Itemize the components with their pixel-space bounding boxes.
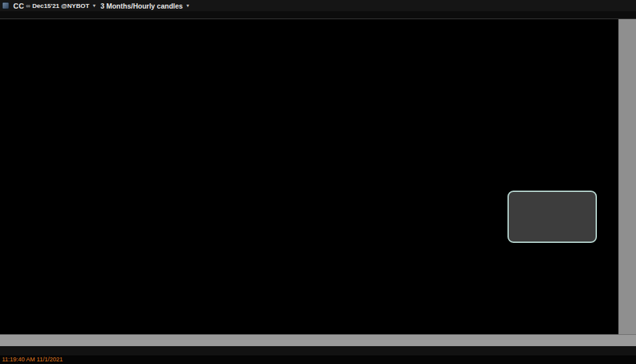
chart-scrollbar[interactable] [0, 346, 636, 355]
continuous-contract-icon: ∞ [26, 3, 30, 9]
contract-label[interactable]: Dec15'21 @NYBOT [32, 2, 89, 9]
status-bar: 11:19:40 AM 11/1/2021 [0, 355, 636, 364]
chart-canvas[interactable] [0, 19, 636, 334]
symbol-label[interactable]: CC [13, 2, 24, 10]
app-icon [2, 2, 9, 9]
price-axis[interactable] [618, 19, 636, 334]
symbol-dropdown-icon[interactable]: ▼ [92, 3, 97, 8]
clock-label: 11:19:40 AM 11/1/2021 [2, 356, 63, 363]
timeframe-dropdown-icon[interactable]: ▼ [186, 3, 190, 8]
main-chart[interactable] [0, 19, 636, 334]
drawing-toolbar [0, 11, 636, 19]
annotation-callout[interactable] [507, 191, 597, 243]
date-axis[interactable] [0, 334, 636, 346]
timeframe-label[interactable]: 3 Months/Hourly candles [101, 2, 183, 10]
trading-app-window: CC ∞ Dec15'21 @NYBOT ▼ 3 Months/Hourly c… [0, 0, 636, 364]
title-bar: CC ∞ Dec15'21 @NYBOT ▼ 3 Months/Hourly c… [0, 0, 636, 11]
